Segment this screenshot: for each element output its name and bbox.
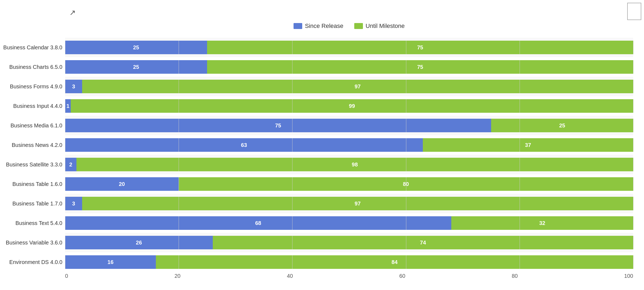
bar-until-value: 74: [420, 240, 426, 246]
bar-label: Environment DS 4.0.0: [3, 259, 62, 265]
bar-row: Business Text 5.4.06832: [65, 213, 633, 233]
bar-until-value: 97: [355, 201, 360, 207]
bar-label: Business News 4.2.0: [3, 142, 62, 148]
bar-until: 97: [82, 80, 633, 93]
x-axis-labels: 020406080100: [65, 273, 633, 279]
bar-since: 3: [65, 80, 82, 93]
bar-until: 99: [71, 99, 633, 113]
bar-until-value: 97: [355, 83, 360, 90]
bar-until-value: 32: [539, 220, 545, 226]
bar-since: 16: [65, 255, 156, 269]
bar-row: Business Forms 4.9.0397: [65, 77, 633, 96]
bar-since-value: 1: [66, 103, 69, 109]
chart-inner: Business Calendar 3.8.02575Business Char…: [65, 38, 633, 284]
bar-row: Environment DS 4.0.01684: [65, 252, 633, 272]
bar-track: 6337: [65, 138, 633, 152]
legend-item-since: Since Release: [294, 22, 343, 30]
bar-since-value: 3: [72, 83, 75, 90]
bar-since-value: 20: [119, 181, 125, 187]
legend-color-until: [354, 23, 363, 29]
bar-track: 2080: [65, 177, 633, 191]
bar-track: 1684: [65, 255, 633, 269]
bar-label: Business Calendar 3.8.0: [3, 44, 62, 51]
bar-label: Business Table 1.7.0: [3, 201, 62, 207]
legend-label-until: Until Milestone: [366, 22, 405, 30]
bar-since: 2: [65, 158, 76, 171]
bar-since-value: 63: [241, 142, 247, 148]
x-axis-label: 40: [287, 273, 293, 279]
bar-until: 75: [207, 41, 633, 54]
chart-container: ↗ Since Release Until Milestone Business…: [0, 0, 644, 290]
source-line2: [633, 7, 635, 16]
bar-track: 397: [65, 80, 633, 93]
title-area: ↗: [65, 8, 633, 17]
bar-until: 32: [451, 216, 633, 230]
bar-until-value: 25: [559, 123, 565, 129]
bar-label: Business Table 1.6.0: [3, 181, 62, 187]
bar-since-value: 25: [133, 64, 139, 70]
bar-until: 98: [76, 158, 633, 171]
legend-label-since: Since Release: [305, 22, 343, 30]
bar-since-value: 2: [69, 162, 72, 168]
bar-row: Business News 4.2.06337: [65, 135, 633, 155]
bar-track: 7525: [65, 119, 633, 132]
bar-until: 25: [491, 119, 633, 132]
x-axis-label: 20: [175, 273, 181, 279]
bar-label: Business Satellite 3.3.0: [3, 162, 62, 168]
bar-track: 199: [65, 99, 633, 113]
bar-until: 74: [213, 236, 633, 249]
bar-since: 75: [65, 119, 491, 132]
bar-until: 37: [423, 138, 633, 152]
bar-since: 68: [65, 216, 451, 230]
x-axis-label: 60: [399, 273, 405, 279]
x-axis-label: 100: [624, 273, 633, 279]
bar-until-value: 75: [417, 64, 423, 70]
bar-track: 2575: [65, 41, 633, 54]
bar-label: Business Charts 6.5.0: [3, 64, 62, 70]
bar-row: Business Table 1.6.02080: [65, 174, 633, 194]
bar-row: Business Calendar 3.8.02575: [65, 38, 633, 57]
bar-until-value: 99: [349, 103, 355, 109]
bar-row: Business Charts 6.5.02575: [65, 57, 633, 77]
bar-until: 75: [207, 60, 633, 74]
bar-track: 6832: [65, 216, 633, 230]
bar-since-value: 25: [133, 44, 139, 51]
bar-since-value: 68: [255, 220, 261, 226]
bar-until: 84: [156, 255, 633, 269]
source-box: [627, 3, 641, 20]
bars-wrapper: Business Calendar 3.8.02575Business Char…: [65, 38, 633, 272]
bar-since: 1: [65, 99, 71, 113]
external-link-icon[interactable]: ↗: [69, 8, 76, 17]
bar-label: Business Input 4.4.0: [3, 103, 62, 109]
bar-until: 97: [82, 197, 633, 210]
bar-since-value: 3: [72, 201, 75, 207]
bar-since: 25: [65, 60, 207, 74]
x-axis: 020406080100: [65, 273, 633, 284]
bar-since: 63: [65, 138, 423, 152]
bar-until-value: 84: [392, 259, 398, 265]
bar-since-value: 16: [108, 259, 114, 265]
bar-label: Business Media 6.1.0: [3, 123, 62, 129]
bar-since: 20: [65, 177, 179, 191]
bar-since-value: 26: [136, 240, 142, 246]
bar-row: Business Media 6.1.07525: [65, 116, 633, 135]
bar-until-value: 98: [352, 162, 358, 168]
bar-row: Business Input 4.4.0199: [65, 96, 633, 116]
bar-row: Business Variable 3.6.02674: [65, 233, 633, 252]
bar-since: 26: [65, 236, 213, 249]
legend-color-since: [294, 23, 302, 29]
bar-row: Business Satellite 3.3.0298: [65, 155, 633, 174]
bar-row: Business Table 1.7.0397: [65, 194, 633, 213]
legend-item-until: Until Milestone: [354, 22, 405, 30]
bar-label: Business Variable 3.6.0: [3, 240, 62, 246]
bar-track: 2575: [65, 60, 633, 74]
bar-label: Business Text 5.4.0: [3, 220, 62, 226]
bar-since: 25: [65, 41, 207, 54]
bar-track: 397: [65, 197, 633, 210]
bar-until-value: 37: [525, 142, 531, 148]
bar-since: 3: [65, 197, 82, 210]
bar-until-value: 75: [417, 44, 423, 51]
bar-track: 2674: [65, 236, 633, 249]
x-axis-label: 0: [65, 273, 68, 279]
x-axis-label: 80: [512, 273, 518, 279]
